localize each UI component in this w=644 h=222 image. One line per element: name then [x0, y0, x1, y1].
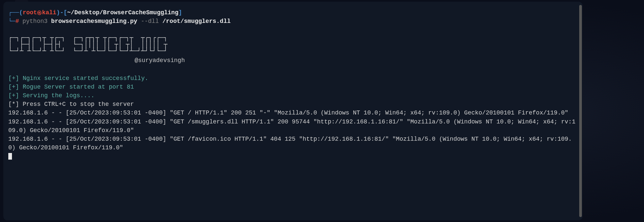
log-entry: 192.168.1.6 - - [25/Oct/2023:09:53:01 -0…	[8, 109, 578, 117]
cmd-flag: --dll	[141, 18, 159, 25]
skull-icon: ㉿	[37, 10, 42, 16]
prompt-path: ~/Desktop/BrowserCacheSmuggling	[67, 9, 178, 16]
prompt-hash: #	[16, 17, 19, 26]
prompt-paren-close: )	[56, 9, 60, 16]
prompt-line-1: ┌──(root㉿kali)-[~/Desktop/BrowserCacheSm…	[8, 8, 578, 17]
log-serving: [+] Serving the logs....	[8, 91, 578, 100]
cmd-script: browsercachesmuggling.py	[51, 18, 137, 25]
terminal-window[interactable]: ┌──(root㉿kali)-[~/Desktop/BrowserCacheSm…	[3, 2, 583, 220]
prompt-dash: -	[60, 9, 63, 16]
log-nginx: [+] Nginx service started successfully.	[8, 74, 578, 83]
command-input[interactable]: python3 browsercachesmuggling.py --dll /…	[22, 17, 231, 26]
log-entry: 192.168.1.6 - - [25/Oct/2023:09:53:01 -0…	[8, 135, 578, 152]
author-handle: @suryadevsingh	[135, 56, 578, 65]
prompt-connector-bottom: └─	[8, 17, 16, 26]
prompt-connector-top: ┌──(	[8, 9, 23, 16]
prompt-user: root	[23, 9, 37, 16]
prompt-host: kali	[42, 9, 56, 16]
cmd-arg: /root/smugglers.dll	[162, 18, 231, 25]
terminal-scrollbar[interactable]	[579, 5, 582, 217]
log-entry: 192.168.1.6 - - [25/Oct/2023:09:53:01 -0…	[8, 117, 578, 135]
prompt-bracket-close: ]	[178, 9, 182, 16]
prompt-line-2: └─# python3 browsercachesmuggling.py --d…	[8, 17, 578, 26]
log-ctrlc: [*] Press CTRL+C to stop the server	[8, 100, 578, 109]
ascii-banner: ┌─┐┌─┐┌─┐┬ ┬┌─┐ ┌─┐┌┬┐┬ ┬┌─┐┌─┐┬ ┬┌┐┌┌─┐…	[8, 35, 578, 55]
terminal-cursor	[8, 153, 12, 160]
log-rogue: [+] Rogue Server started at port 81	[8, 83, 578, 91]
prompt-bracket-open: [	[63, 9, 67, 16]
cmd-interpreter: python3	[22, 18, 48, 25]
